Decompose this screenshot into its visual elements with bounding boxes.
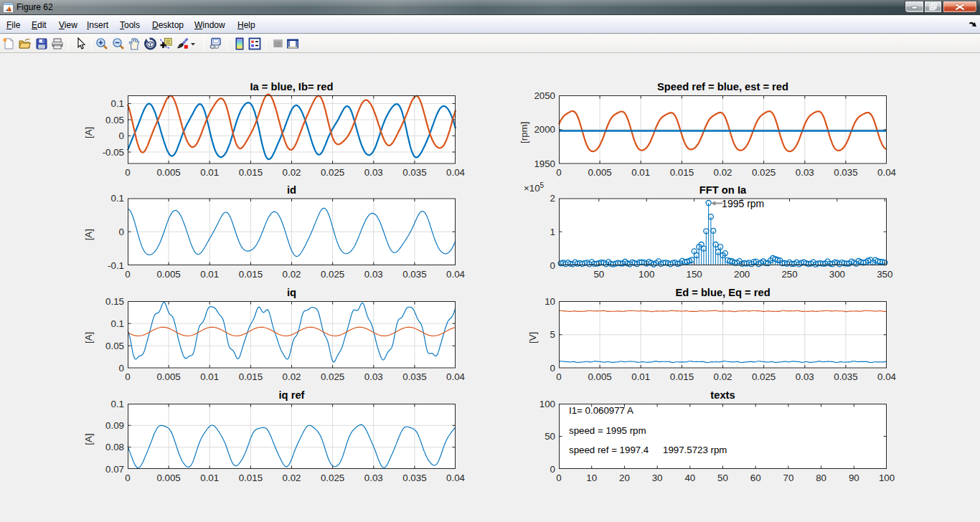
svg-text:0.005: 0.005: [156, 167, 180, 178]
svg-text:0.04: 0.04: [877, 167, 896, 178]
svg-text:0.035: 0.035: [402, 473, 426, 483]
svg-text:350: 350: [877, 269, 892, 280]
svg-text:0: 0: [556, 167, 561, 178]
svg-text:FFT on Ia: FFT on Ia: [699, 184, 747, 196]
svg-text:speed = 1995 rpm: speed = 1995 rpm: [569, 425, 646, 436]
svg-text:0: 0: [125, 167, 130, 178]
svg-text:0: 0: [556, 371, 561, 382]
svg-text:0.07: 0.07: [105, 464, 124, 475]
svg-text:0.005: 0.005: [156, 269, 180, 280]
svg-text:40: 40: [684, 473, 695, 483]
svg-text:0.01: 0.01: [631, 371, 650, 382]
svg-text:5: 5: [550, 329, 555, 340]
svg-text:60: 60: [750, 473, 761, 483]
svg-text:0.03: 0.03: [364, 167, 383, 178]
svg-text:0.05: 0.05: [105, 341, 124, 351]
svg-text:0.015: 0.015: [239, 371, 263, 382]
svg-text:[A]: [A]: [83, 332, 94, 343]
svg-text:0.04: 0.04: [877, 371, 896, 382]
svg-text:0.005: 0.005: [156, 473, 180, 483]
svg-text:0: 0: [125, 371, 130, 382]
svg-text:0.015: 0.015: [239, 167, 263, 178]
svg-text:0.02: 0.02: [283, 269, 301, 280]
svg-text:0.035: 0.035: [402, 269, 426, 280]
svg-text:0.015: 0.015: [670, 167, 694, 178]
svg-text:50: 50: [717, 473, 728, 483]
svg-text:0.005: 0.005: [588, 167, 611, 178]
svg-text:0.02: 0.02: [283, 371, 301, 382]
svg-text:0: 0: [125, 269, 130, 280]
svg-text:10: 10: [586, 473, 597, 483]
svg-text:2: 2: [550, 193, 555, 204]
svg-text:0.1: 0.1: [111, 399, 125, 409]
svg-text:0: 0: [550, 363, 555, 374]
svg-text:300: 300: [829, 269, 845, 280]
svg-text:1997.5723 rpm: 1997.5723 rpm: [663, 445, 727, 455]
svg-text:0.03: 0.03: [796, 371, 814, 382]
svg-text:0: 0: [556, 473, 561, 483]
svg-text:0.025: 0.025: [321, 269, 344, 280]
svg-text:0.1: 0.1: [111, 98, 125, 109]
svg-text:0.03: 0.03: [364, 371, 383, 382]
svg-text:0.08: 0.08: [105, 442, 124, 452]
svg-text:0.025: 0.025: [752, 371, 776, 382]
svg-text:100: 100: [540, 399, 555, 409]
svg-text:0.025: 0.025: [321, 473, 344, 483]
svg-text:0.025: 0.025: [752, 167, 776, 178]
svg-text:0.035: 0.035: [402, 167, 426, 178]
svg-text:0.02: 0.02: [714, 167, 732, 178]
svg-text:0.015: 0.015: [670, 371, 694, 382]
svg-text:0.15: 0.15: [105, 296, 124, 307]
svg-text:0.01: 0.01: [631, 167, 650, 178]
svg-text:0.025: 0.025: [321, 167, 344, 178]
svg-text:texts: texts: [710, 389, 735, 401]
svg-text:50: 50: [593, 269, 604, 280]
svg-text:[V]: [V]: [527, 332, 538, 343]
svg-text:0.1: 0.1: [111, 318, 125, 329]
svg-text:0.035: 0.035: [402, 371, 426, 382]
svg-text:0.02: 0.02: [283, 473, 301, 483]
svg-text:0.015: 0.015: [239, 473, 263, 483]
svg-text:0.035: 0.035: [834, 371, 857, 382]
svg-text:0.04: 0.04: [446, 269, 465, 280]
svg-text:-0.05: -0.05: [103, 147, 124, 158]
svg-text:0.01: 0.01: [200, 269, 219, 280]
svg-text:[A]: [A]: [83, 229, 94, 240]
svg-text:0.015: 0.015: [239, 269, 263, 280]
svg-text:speed ref = 1997.4: speed ref = 1997.4: [569, 445, 649, 455]
svg-text:-0.1: -0.1: [108, 260, 124, 271]
svg-text:0: 0: [550, 464, 555, 475]
svg-text:iq: iq: [287, 287, 296, 298]
svg-text:0: 0: [119, 130, 124, 141]
svg-text:80: 80: [816, 473, 826, 483]
svg-text:[A]: [A]: [83, 127, 94, 138]
svg-text:0.04: 0.04: [446, 167, 465, 178]
svg-text:I1= 0.060977 A: I1= 0.060977 A: [569, 405, 633, 416]
svg-text:0.03: 0.03: [364, 473, 383, 483]
svg-text:10: 10: [545, 296, 555, 307]
svg-text:100: 100: [879, 473, 895, 483]
svg-text:250: 250: [781, 269, 797, 280]
svg-text:0.02: 0.02: [283, 167, 301, 178]
svg-text:0: 0: [119, 227, 124, 237]
svg-text:0.025: 0.025: [321, 371, 344, 382]
svg-text:0.035: 0.035: [834, 167, 857, 178]
svg-text:0: 0: [550, 260, 555, 271]
svg-text:50: 50: [545, 431, 555, 442]
svg-text:0.01: 0.01: [200, 371, 219, 382]
svg-text:0.04: 0.04: [446, 371, 465, 382]
svg-text:0.03: 0.03: [796, 167, 814, 178]
svg-text:90: 90: [849, 473, 859, 483]
svg-text:id: id: [287, 184, 296, 196]
svg-text:2050: 2050: [534, 90, 555, 101]
svg-text:[rpm]: [rpm]: [519, 122, 529, 143]
svg-text:1995 rpm: 1995 rpm: [722, 198, 764, 209]
svg-text:0.005: 0.005: [156, 371, 180, 382]
svg-text:20: 20: [619, 473, 630, 483]
svg-text:0.05: 0.05: [105, 115, 124, 125]
svg-text:0.005: 0.005: [588, 371, 611, 382]
svg-text:0.09: 0.09: [105, 420, 124, 431]
svg-text:0.04: 0.04: [446, 473, 465, 483]
svg-text:[A]: [A]: [83, 433, 94, 445]
svg-text:0.03: 0.03: [364, 269, 383, 280]
